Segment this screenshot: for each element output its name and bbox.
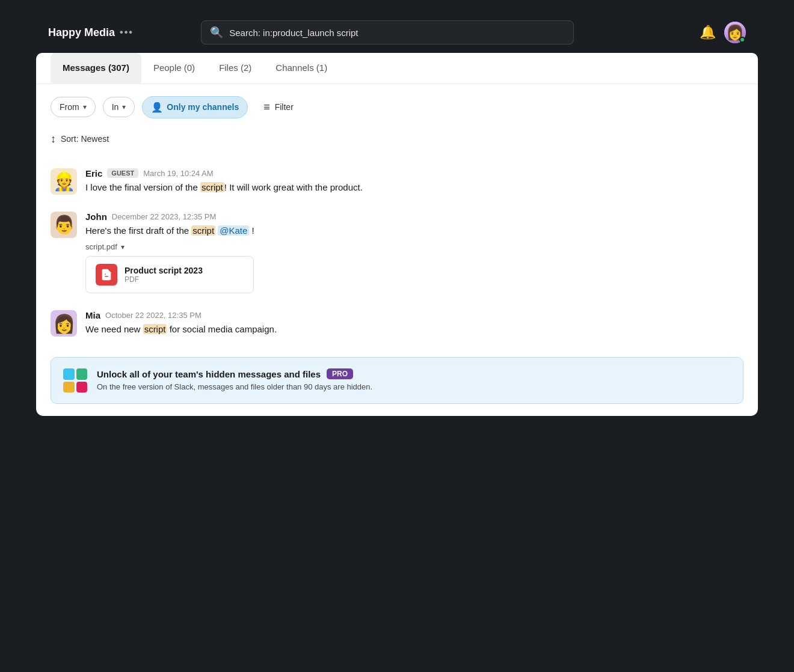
mia-message-text: We need new script for social media camp… [85,323,743,337]
from-chevron-icon: ▾ [83,103,87,111]
message-item: 👨 John December 22 2023, 12:35 PM Here's… [36,203,758,302]
from-filter-button[interactable]: From ▾ [51,97,96,117]
mia-message-content: Mia October 22 2022, 12:35 PM We need ne… [85,310,743,337]
mia-avatar: 👩 [51,310,77,337]
tabs-bar: Messages (307) People (0) Files (2) Chan… [36,53,758,84]
attachment-chevron-icon: ▾ [121,243,125,251]
eric-message-text: I love the final version of the script! … [85,181,743,195]
from-filter-label: From [60,102,79,112]
filter-lines-icon: ≡ [263,101,270,114]
topbar-right: 🔔 [700,22,746,43]
slack-logo-green [76,368,88,380]
workspace-label: Happy Media [48,26,115,39]
john-message-text: Here's the first draft of the script @Ka… [85,224,743,238]
highlight-script-1: script [200,182,224,192]
bell-icon[interactable]: 🔔 [700,25,716,40]
mia-timestamp: October 22 2022, 12:35 PM [105,311,202,320]
promo-text-block: Unlock all of your team's hidden message… [97,368,731,393]
pdf-icon [96,264,117,286]
john-message-content: John December 22 2023, 12:35 PM Here's t… [85,212,743,294]
main-panel: Messages (307) People (0) Files (2) Chan… [36,53,758,416]
avatar-wrapper [724,22,746,43]
john-name: John [85,212,107,222]
in-chevron-icon: ▾ [122,103,126,111]
highlight-script-2: script [191,225,215,236]
john-avatar: 👨 [51,212,77,238]
tab-messages[interactable]: Messages (307) [51,53,141,84]
search-text: Search: in:product_launch script [229,28,358,38]
john-timestamp: December 22 2023, 12:35 PM [112,212,216,221]
in-filter-label: In [112,102,119,112]
workspace-menu-dots[interactable]: ••• [120,27,134,38]
pro-badge: PRO [327,368,353,379]
slack-logo-teal [63,368,75,380]
tab-files[interactable]: Files (2) [207,53,263,84]
message-item: 👩 Mia October 22 2022, 12:35 PM We need … [36,302,758,345]
eric-guest-badge: GUEST [107,168,138,178]
slack-logo-red [76,382,88,393]
my-channels-filter-button[interactable]: 👤 Only my channels [142,96,248,118]
sort-label: Sort: Newest [61,134,109,144]
search-bar[interactable]: 🔍 Search: in:product_launch script [201,20,574,44]
eric-message-header: Eric GUEST March 19, 10:24 AM [85,168,743,179]
promo-title: Unlock all of your team's hidden message… [97,368,731,379]
person-icon: 👤 [151,102,163,113]
eric-avatar: 👷 [51,168,77,195]
pdf-info: Product script 2023 PDF [125,266,203,284]
messages-list: 👷 Eric GUEST March 19, 10:24 AM I love t… [36,155,758,350]
attachment-label[interactable]: script.pdf ▾ [85,242,743,251]
pdf-title: Product script 2023 [125,266,203,275]
promo-title-text: Unlock all of your team's hidden message… [97,369,321,379]
sort-icon: ↕ [51,133,56,145]
online-status-dot [739,37,745,43]
kate-mention: @Kate [218,225,249,236]
mia-name: Mia [85,310,100,320]
tab-people[interactable]: People (0) [141,53,207,84]
filter-label: Filter [275,102,294,112]
workspace-name: Happy Media ••• [48,26,134,39]
topbar: Happy Media ••• 🔍 Search: in:product_lau… [36,12,758,53]
eric-name: Eric [85,168,102,179]
promo-subtitle: On the free version of Slack, messages a… [97,382,731,393]
filter-bar: From ▾ In ▾ 👤 Only my channels ≡ Filter [36,84,758,130]
search-icon: 🔍 [210,26,223,39]
slack-logo-yellow [63,382,75,393]
promo-banner: Unlock all of your team's hidden message… [51,357,743,404]
my-channels-label: Only my channels [167,102,239,112]
message-item: 👷 Eric GUEST March 19, 10:24 AM I love t… [36,160,758,203]
mia-message-header: Mia October 22 2022, 12:35 PM [85,310,743,320]
app-window: Happy Media ••• 🔍 Search: in:product_lau… [36,12,758,416]
tab-channels[interactable]: Channels (1) [263,53,339,84]
sort-bar[interactable]: ↕ Sort: Newest [36,130,758,155]
in-filter-button[interactable]: In ▾ [103,97,135,117]
eric-timestamp: March 19, 10:24 AM [143,169,213,178]
john-message-header: John December 22 2023, 12:35 PM [85,212,743,222]
slack-logo [63,368,87,393]
pdf-card[interactable]: Product script 2023 PDF [85,256,254,293]
eric-message-content: Eric GUEST March 19, 10:24 AM I love the… [85,168,743,195]
highlight-script-3: script [143,324,167,334]
attachment-filename: script.pdf [85,242,117,251]
pdf-type: PDF [125,275,203,284]
filter-plain-button[interactable]: ≡ Filter [255,96,302,118]
